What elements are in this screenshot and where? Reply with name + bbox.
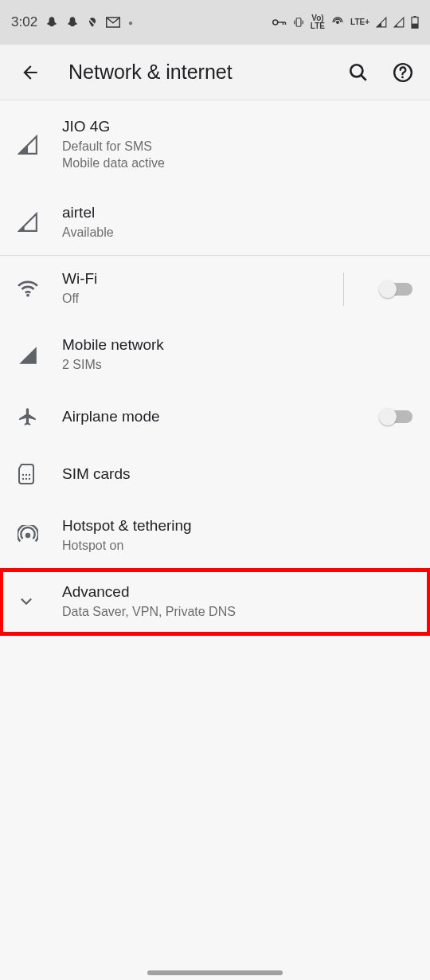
svg-point-9 (336, 21, 339, 24)
mobile-title: Mobile network (62, 336, 412, 354)
svg-rect-6 (296, 18, 301, 27)
sim1-title: JIO 4G (62, 118, 412, 135)
advanced-row[interactable]: Advanced Data Saver, VPN, Private DNS (0, 569, 430, 635)
airplane-row[interactable]: Airplane mode (0, 388, 430, 445)
vpn-key-icon (272, 18, 287, 26)
sim1-row[interactable]: JIO 4G Default for SMS Mobile data activ… (0, 100, 430, 190)
svg-point-21 (22, 478, 24, 480)
wifi-title: Wi-Fi (62, 270, 343, 288)
advanced-sub: Data Saver, VPN, Private DNS (62, 604, 412, 621)
lte-badge: LTE+ (350, 18, 369, 26)
vibrate-icon (293, 17, 304, 28)
svg-point-17 (26, 293, 29, 296)
wifi-toggle[interactable] (381, 283, 412, 296)
hotspot-icon (18, 525, 38, 546)
gmail-icon (106, 17, 120, 28)
divider (343, 272, 344, 306)
settings-list: JIO 4G Default for SMS Mobile data activ… (0, 100, 430, 635)
wifi-row[interactable]: Wi-Fi Off (0, 256, 430, 322)
wifi-icon (18, 280, 38, 298)
svg-point-19 (25, 474, 27, 476)
sim1-sub1: Default for SMS (62, 139, 412, 155)
signal-icon-1 (376, 17, 387, 28)
svg-rect-11 (413, 16, 416, 18)
signal-icon (18, 135, 38, 155)
page-title: Network & internet (68, 61, 347, 84)
wifi-sub: Off (62, 291, 343, 308)
app-bar: Network & internet (0, 45, 430, 100)
mobile-network-row[interactable]: Mobile network 2 SIMs (0, 322, 430, 388)
simcards-row[interactable]: SIM cards (0, 445, 430, 503)
snapchat-icon-2 (66, 16, 79, 29)
status-time: 3:02 (11, 14, 37, 30)
svg-point-20 (29, 474, 30, 476)
sim1-sub2: Mobile data active (62, 155, 412, 172)
status-bar: 3:02 ● Vo)LTE LTE+ (0, 0, 430, 45)
hotspot-status-icon (331, 16, 344, 29)
help-button[interactable] (392, 61, 414, 84)
hotspot-sub: Hotspot on (62, 538, 412, 555)
svg-point-23 (29, 478, 30, 480)
airplane-title: Airplane mode (62, 408, 357, 425)
airplane-toggle[interactable] (381, 410, 412, 423)
signal-icon (18, 212, 38, 233)
back-button[interactable] (16, 61, 45, 84)
signal-icon-2 (393, 17, 405, 28)
sim2-row[interactable]: airtel Available (0, 190, 430, 256)
sim-card-icon (18, 464, 35, 484)
sim2-title: airtel (62, 204, 412, 221)
svg-point-18 (22, 474, 24, 476)
advanced-title: Advanced (62, 583, 412, 601)
chevron-down-icon (18, 593, 35, 610)
svg-point-13 (350, 65, 362, 76)
hotspot-title: Hotspot & tethering (62, 517, 412, 535)
svg-point-24 (25, 533, 31, 539)
svg-line-14 (361, 75, 366, 80)
simcards-title: SIM cards (62, 465, 412, 483)
hotspot-row[interactable]: Hotspot & tethering Hotspot on (0, 503, 430, 569)
signal-full-icon (18, 345, 38, 366)
svg-point-16 (401, 76, 404, 78)
nav-handle[interactable] (147, 970, 283, 975)
snapchat-icon (45, 16, 58, 29)
mobile-sub: 2 SIMs (62, 357, 412, 374)
search-button[interactable] (347, 61, 369, 84)
svg-point-22 (25, 478, 27, 480)
location-off-icon (87, 17, 98, 28)
svg-point-2 (273, 20, 278, 25)
battery-icon (411, 16, 419, 29)
airplane-icon (18, 406, 38, 427)
svg-rect-12 (412, 24, 418, 29)
volte-icon: Vo)LTE (311, 14, 325, 30)
sim2-sub: Available (62, 225, 412, 241)
dot-icon: ● (128, 18, 133, 27)
